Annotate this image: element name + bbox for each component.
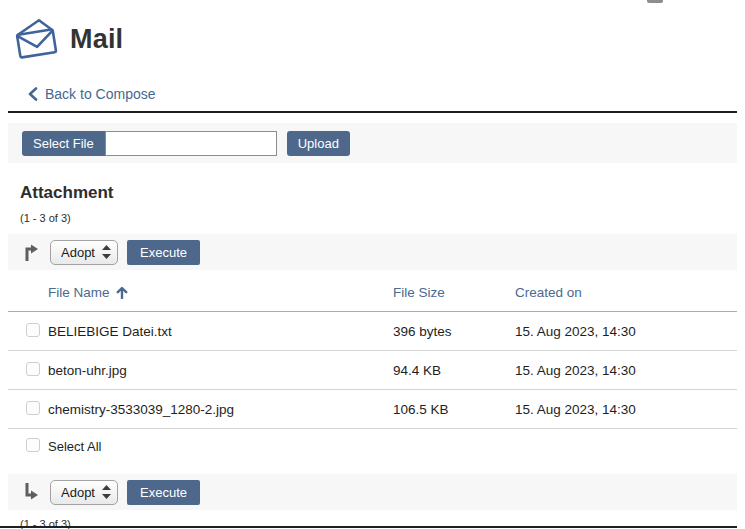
mail-envelope-icon xyxy=(12,16,60,62)
bulk-action-select-bottom[interactable]: Adopt xyxy=(50,480,118,505)
upload-button[interactable]: Upload xyxy=(287,131,350,156)
sort-ascending-icon xyxy=(116,286,128,299)
table-header-row: File Name File Size Created on xyxy=(8,274,737,311)
back-row: Back to Compose xyxy=(28,86,745,102)
page-title: Mail xyxy=(70,24,123,55)
top-divider xyxy=(8,111,737,113)
bulk-action-select-wrap: Adopt xyxy=(50,240,118,265)
row-checkbox[interactable] xyxy=(26,323,40,337)
bulk-action-select-top[interactable]: Adopt xyxy=(50,240,118,265)
column-header-file-name[interactable]: File Name xyxy=(48,285,393,300)
select-all-row: Select All xyxy=(8,428,737,464)
table-row[interactable]: BELIEBIGE Datei.txt 396 bytes 15. Aug 20… xyxy=(8,311,737,350)
table-row[interactable]: beton-uhr.jpg 94.4 KB 15. Aug 2023, 14:3… xyxy=(8,350,737,389)
back-to-compose-link[interactable]: Back to Compose xyxy=(45,86,156,102)
cell-created-on: 15. Aug 2023, 14:30 xyxy=(515,402,737,417)
row-checkbox[interactable] xyxy=(26,401,40,415)
file-name-input[interactable] xyxy=(105,131,277,156)
arrow-up-right-icon xyxy=(22,242,40,262)
select-all-checkbox[interactable] xyxy=(26,438,40,452)
select-all-label: Select All xyxy=(48,439,393,454)
column-header-file-size[interactable]: File Size xyxy=(393,285,515,300)
arrow-down-right-icon xyxy=(22,482,40,502)
masthead: Mail xyxy=(12,16,745,62)
cell-created-on: 15. Aug 2023, 14:30 xyxy=(515,363,737,378)
cell-file-size: 396 bytes xyxy=(393,324,515,339)
cell-file-name: beton-uhr.jpg xyxy=(48,363,393,378)
column-header-created-on[interactable]: Created on xyxy=(515,285,737,300)
chevron-left-icon xyxy=(28,87,38,101)
bottom-divider xyxy=(0,526,737,528)
pagination-count-top: (1 - 3 of 3) xyxy=(20,212,745,224)
cell-file-name: BELIEBIGE Datei.txt xyxy=(48,324,393,339)
row-checkbox[interactable] xyxy=(26,362,40,376)
bulk-action-bar-bottom: Adopt Execute xyxy=(8,474,737,510)
upload-bar: Select File Upload xyxy=(8,123,737,163)
bulk-action-select-wrap: Adopt xyxy=(50,480,118,505)
execute-button-top[interactable]: Execute xyxy=(127,240,200,265)
cell-created-on: 15. Aug 2023, 14:30 xyxy=(515,324,737,339)
attachment-heading: Attachment xyxy=(20,183,745,203)
cell-file-name: chemistry-3533039_1280-2.jpg xyxy=(48,402,393,417)
attachment-table: File Name File Size Created on BELIEBIGE… xyxy=(8,274,737,464)
select-file-button[interactable]: Select File xyxy=(22,131,105,156)
cell-file-size: 94.4 KB xyxy=(393,363,515,378)
execute-button-bottom[interactable]: Execute xyxy=(127,480,200,505)
table-row[interactable]: chemistry-3533039_1280-2.jpg 106.5 KB 15… xyxy=(8,389,737,428)
bulk-action-bar-top: Adopt Execute xyxy=(8,234,737,270)
cell-file-size: 106.5 KB xyxy=(393,402,515,417)
mail-attachment-page: Mail Back to Compose Select File Upload … xyxy=(0,0,745,529)
cropped-icon-fragment xyxy=(647,0,663,3)
